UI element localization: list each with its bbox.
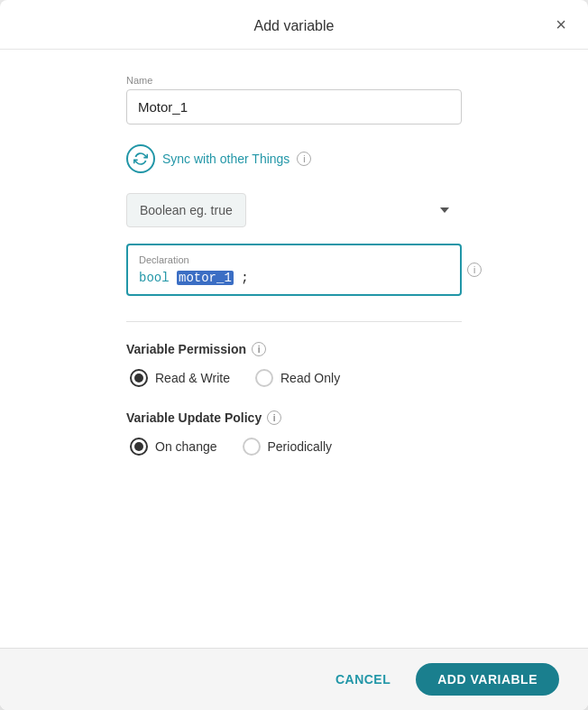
modal-title: Add variable xyxy=(254,18,335,34)
close-button[interactable]: × xyxy=(552,12,570,37)
permission-section-title: Variable Permission i xyxy=(126,342,462,356)
add-variable-modal: Add variable × Name Sync with other Thin… xyxy=(0,0,588,710)
modal-body: Name Sync with other Things i Boolean eg… xyxy=(0,50,588,648)
name-field-group: Name xyxy=(126,75,462,124)
update-label: Variable Update Policy xyxy=(126,410,262,425)
permission-read-only[interactable]: Read Only xyxy=(255,369,340,387)
type-select[interactable]: Boolean eg. true Integer Float String xyxy=(126,193,246,227)
name-input[interactable] xyxy=(126,89,462,124)
section-divider xyxy=(126,321,462,322)
update-periodically[interactable]: Periodically xyxy=(243,438,333,456)
permission-rw-radio[interactable] xyxy=(130,369,148,387)
update-on-change[interactable]: On change xyxy=(130,438,217,456)
update-change-radio[interactable] xyxy=(130,438,148,456)
update-periodic-radio[interactable] xyxy=(243,438,261,456)
update-section-title: Variable Update Policy i xyxy=(126,410,462,425)
permission-radio-group: Read & Write Read Only xyxy=(126,369,462,387)
type-select-group: Boolean eg. true Integer Float String xyxy=(126,193,462,227)
modal-header: Add variable × xyxy=(0,0,588,50)
update-change-label: On change xyxy=(155,439,217,454)
cancel-button[interactable]: CANCEL xyxy=(325,665,401,694)
update-radio-group: On change Periodically xyxy=(126,438,462,456)
sync-row: Sync with other Things i xyxy=(126,144,462,173)
declaration-box: Declaration bool motor_1 ; i xyxy=(126,244,462,296)
declaration-info-icon[interactable]: i xyxy=(467,263,482,277)
sync-info-icon[interactable]: i xyxy=(297,152,311,166)
declaration-label: Declaration xyxy=(139,254,449,265)
code-keyword: bool xyxy=(139,271,170,285)
permission-rw-label: Read & Write xyxy=(155,371,230,385)
permission-ro-radio[interactable] xyxy=(255,369,273,387)
permission-label: Variable Permission xyxy=(126,342,246,356)
sync-icon[interactable] xyxy=(126,144,155,173)
code-suffix: ; xyxy=(241,271,248,285)
modal-footer: CANCEL ADD VARIABLE xyxy=(0,648,588,710)
type-select-wrapper: Boolean eg. true Integer Float String xyxy=(126,193,462,227)
add-variable-button[interactable]: ADD VARIABLE xyxy=(416,663,559,696)
code-varname: motor_1 xyxy=(177,271,234,285)
name-label: Name xyxy=(126,75,462,86)
declaration-code: bool motor_1 ; xyxy=(139,271,449,285)
sync-label[interactable]: Sync with other Things xyxy=(162,152,289,166)
update-info-icon[interactable]: i xyxy=(267,410,281,425)
permission-read-write[interactable]: Read & Write xyxy=(130,369,230,387)
update-periodic-label: Periodically xyxy=(268,439,333,454)
permission-ro-label: Read Only xyxy=(280,371,340,385)
permission-info-icon[interactable]: i xyxy=(252,342,266,356)
